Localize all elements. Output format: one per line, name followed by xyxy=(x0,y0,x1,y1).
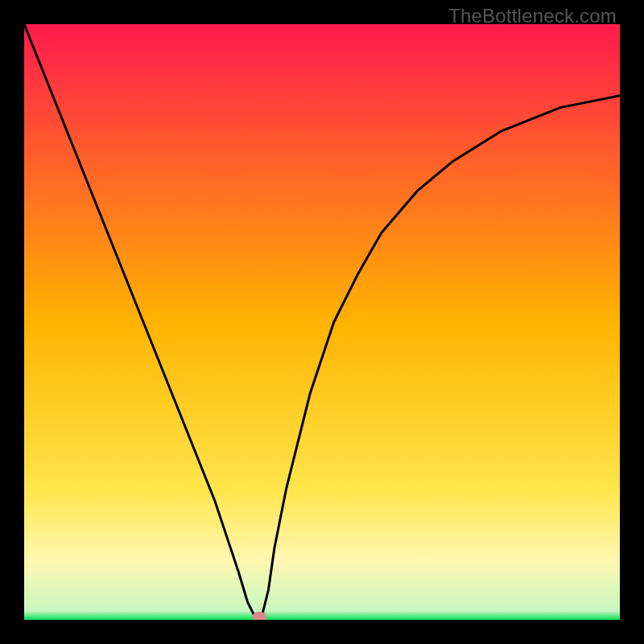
gradient-background xyxy=(24,24,620,620)
chart-svg xyxy=(24,24,620,620)
plot-area xyxy=(24,24,620,620)
chart-frame: TheBottleneck.com xyxy=(0,0,644,644)
